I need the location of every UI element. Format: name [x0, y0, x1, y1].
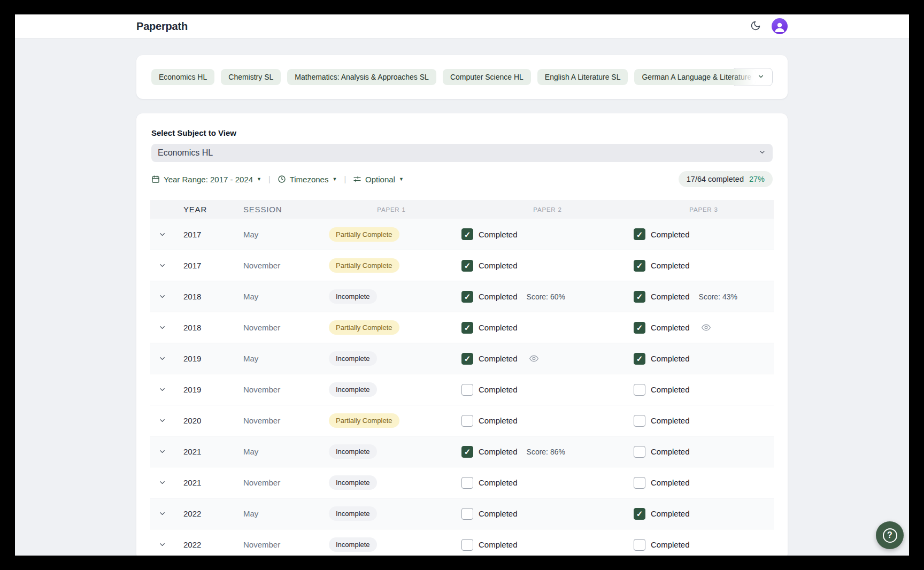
paper3-checkbox[interactable] — [634, 508, 645, 520]
dark-mode-toggle[interactable] — [749, 20, 762, 33]
papers-table: YEAR SESSION PAPER 1 PAPER 2 PAPER 3 201… — [150, 200, 774, 556]
paper2-completed-label: Completed — [479, 354, 518, 363]
paper3-checkbox[interactable] — [634, 228, 645, 240]
paper3-checkbox[interactable] — [634, 384, 645, 396]
paper3-checkbox[interactable] — [634, 415, 645, 427]
paper2-checkbox[interactable] — [461, 291, 473, 303]
session-cell: November — [233, 385, 321, 394]
paper1-status-badge: Incomplete — [329, 475, 377, 490]
paper3-checkbox[interactable] — [634, 539, 645, 551]
expand-row-button[interactable] — [156, 446, 168, 458]
expand-row-button[interactable] — [156, 415, 168, 427]
paper3-checkbox[interactable] — [634, 322, 645, 334]
table-row: 2022NovemberIncompleteCompletedCompleted — [150, 529, 774, 556]
subject-chip[interactable]: English A Literature SL — [537, 69, 628, 85]
filter-timezones[interactable]: Timezones▼ — [278, 175, 337, 184]
chevron-down-icon — [757, 73, 765, 82]
paper2-checkbox[interactable] — [461, 384, 473, 396]
table-row: 2018MayIncompleteCompletedScore: 60%Comp… — [150, 281, 774, 312]
paper3-completed-label: Completed — [651, 230, 690, 239]
expand-row-button[interactable] — [156, 322, 168, 334]
subject-chip[interactable]: Computer Science HL — [443, 69, 531, 85]
paper2-cell: Completed — [461, 353, 634, 365]
expand-row-button[interactable] — [156, 228, 168, 240]
paper3-score: Score: 43% — [699, 292, 737, 301]
paper2-checkbox[interactable] — [461, 477, 473, 489]
paper2-cell: Completed — [461, 228, 634, 240]
paper2-cell: Completed — [461, 260, 634, 272]
expand-row-button[interactable] — [156, 353, 168, 365]
paper1-status-badge: Incomplete — [329, 382, 377, 397]
expand-row-button[interactable] — [156, 539, 168, 551]
column-header-paper2: PAPER 2 — [461, 206, 634, 213]
paper3-checkbox[interactable] — [634, 477, 645, 489]
paper2-cell: Completed — [461, 322, 634, 334]
subject-select[interactable]: Economics HL — [151, 144, 773, 162]
paper3-completed-label: Completed — [651, 416, 690, 425]
subject-chip[interactable]: Chemistry SL — [221, 69, 281, 85]
help-button[interactable]: ? — [876, 521, 904, 549]
app-window: Paperpath Economics HLChemistry SLMathem… — [15, 14, 909, 556]
table-row: 2020NovemberPartially CompleteCompletedC… — [150, 405, 774, 436]
paper2-checkbox[interactable] — [461, 446, 473, 458]
expand-row-button[interactable] — [156, 477, 168, 489]
paper2-cell: Completed — [461, 415, 634, 427]
subject-chip[interactable]: Economics HL — [151, 69, 214, 85]
column-header-year: YEAR — [174, 205, 233, 214]
paper1-status-badge: Incomplete — [329, 537, 377, 552]
table-row: 2017NovemberPartially CompleteCompletedC… — [150, 250, 774, 281]
paper3-cell: Completed — [634, 415, 774, 427]
expand-row-button[interactable] — [156, 260, 168, 272]
filter-label: Timezones — [290, 175, 329, 184]
paper3-checkbox[interactable] — [634, 291, 645, 303]
paper2-checkbox[interactable] — [461, 539, 473, 551]
eye-icon[interactable] — [529, 354, 538, 363]
subject-progress-card: Select Subject to View Economics HL Year… — [136, 113, 788, 556]
expand-row-button[interactable] — [156, 384, 168, 396]
paper2-checkbox[interactable] — [461, 260, 473, 272]
expand-row-button[interactable] — [156, 291, 168, 303]
paper1-status-badge: Incomplete — [329, 506, 377, 521]
subject-chip[interactable]: German A Language & Literature HL — [634, 69, 756, 85]
paper2-cell: CompletedScore: 60% — [461, 291, 634, 303]
paper3-cell: Completed — [634, 260, 774, 272]
select-subject-label: Select Subject to View — [151, 128, 773, 137]
caret-down-icon: ▼ — [399, 177, 404, 182]
expand-row-button[interactable] — [156, 508, 168, 520]
user-avatar[interactable] — [772, 18, 788, 34]
paper1-status-badge: Incomplete — [329, 444, 377, 459]
caret-down-icon: ▼ — [257, 177, 261, 182]
filter-optional[interactable]: Optional▼ — [353, 175, 404, 184]
year-cell: 2018 — [174, 323, 233, 332]
paper2-completed-label: Completed — [479, 230, 518, 239]
paper2-completed-label: Completed — [479, 323, 518, 332]
paper3-checkbox[interactable] — [634, 446, 645, 458]
paper3-cell: Completed — [634, 477, 774, 489]
paper3-completed-label: Completed — [651, 292, 690, 301]
paper1-status-badge: Partially Complete — [329, 227, 399, 242]
paper3-completed-label: Completed — [651, 540, 690, 549]
paper3-completed-label: Completed — [651, 323, 690, 332]
filter-year-range[interactable]: Year Range: 2017 - 2024▼ — [151, 175, 261, 184]
paper3-cell: Completed — [634, 322, 774, 334]
paper3-completed-label: Completed — [651, 261, 690, 270]
paper2-checkbox[interactable] — [461, 353, 473, 365]
paper2-checkbox[interactable] — [461, 508, 473, 520]
paper2-completed-label: Completed — [479, 385, 518, 394]
moon-icon — [750, 20, 761, 33]
subject-chip[interactable]: Mathematics: Analysis & Approaches SL — [287, 69, 436, 85]
filter-separator: | — [344, 175, 346, 183]
paper3-checkbox[interactable] — [634, 260, 645, 272]
paper2-checkbox[interactable] — [461, 415, 473, 427]
paper3-checkbox[interactable] — [634, 353, 645, 365]
column-header-paper1: PAPER 1 — [321, 206, 461, 213]
paper2-checkbox[interactable] — [461, 322, 473, 334]
paper3-cell: Completed — [634, 353, 774, 365]
filter-items: Year Range: 2017 - 2024▼|Timezones▼|Opti… — [151, 175, 404, 184]
eye-icon[interactable] — [702, 323, 711, 332]
year-cell: 2017 — [174, 261, 233, 270]
paper2-checkbox[interactable] — [461, 228, 473, 240]
paper3-completed-label: Completed — [651, 385, 690, 394]
paper1-status-badge: Partially Complete — [329, 320, 399, 335]
session-cell: November — [233, 323, 321, 332]
